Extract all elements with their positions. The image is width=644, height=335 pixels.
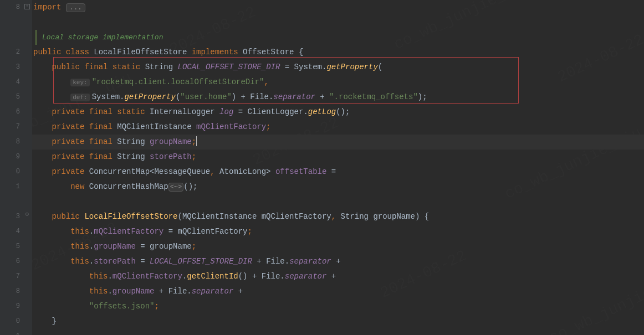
operator: =	[331, 167, 336, 176]
code-line[interactable]: Local storage implementation	[32, 30, 644, 45]
code-line[interactable]: def:System.getProperty("user.home") + Fi…	[32, 90, 644, 105]
keyword: final	[84, 63, 108, 71]
code-line[interactable]: "offsets.json";	[32, 299, 644, 314]
line-number: 1	[16, 332, 20, 335]
dot: .	[303, 107, 308, 116]
string-literal: "rocketmq.client.localOffsetStoreDir"	[92, 78, 264, 86]
constant: LOCAL_OFFSET_STORE_DIR	[150, 257, 252, 266]
code-line[interactable]: new ConcurrentHashMap<~>();	[32, 179, 644, 194]
code-line[interactable]: }	[32, 314, 644, 329]
keyword: public	[33, 48, 61, 56]
line-number: 5	[16, 243, 20, 250]
code-line[interactable]	[32, 15, 644, 30]
type: String	[145, 63, 173, 71]
semicolon: ;	[266, 122, 270, 131]
code-line-current[interactable]: private final String groupName;	[32, 135, 644, 150]
brace: }	[52, 317, 57, 326]
doc-comment: Local storage implementation	[35, 30, 163, 45]
code-line[interactable]	[32, 329, 644, 335]
field: groupName	[94, 242, 136, 251]
code-line[interactable]	[32, 194, 644, 209]
type: ConcurrentHashMap	[89, 182, 168, 191]
line-number: 3	[16, 213, 20, 220]
keyword: implements	[192, 48, 238, 56]
code-line[interactable]: public final static String LOCAL_OFFSET_…	[32, 60, 644, 75]
keyword: private	[52, 122, 85, 131]
code-area[interactable]: import ... Local storage implementation …	[32, 0, 644, 335]
fold-toggle-icon[interactable]: ⊖	[24, 212, 30, 218]
operator: +	[233, 287, 243, 296]
operator: +	[252, 257, 266, 266]
class-name: File	[168, 287, 187, 296]
code-line[interactable]: import ...	[32, 0, 644, 15]
method: getLog	[308, 107, 336, 116]
semicolon: ;	[248, 227, 252, 236]
line-number: 4	[16, 78, 20, 86]
semicolon: ;	[192, 137, 196, 146]
line-number: 7	[16, 123, 20, 131]
semicolon: ;	[154, 302, 159, 311]
line-number: 9	[16, 302, 20, 310]
semicolon: ;	[192, 152, 196, 161]
fold-toggle-icon[interactable]: +	[24, 4, 30, 9]
code-editor[interactable]: 8+ 2 3 4 5 6 7 8 9 0 1 3⊖ 4 5 6 7 8 9 0 …	[0, 0, 644, 335]
line-number: 4	[16, 228, 20, 235]
paren: (	[177, 212, 182, 221]
string-literal: "offsets.json"	[89, 302, 155, 311]
keyword: public	[52, 63, 80, 71]
comma: ,	[331, 212, 336, 221]
type: MessageQueue	[154, 167, 210, 176]
keyword: final	[89, 122, 113, 131]
code-line[interactable]: private final MQClientInstance mQClientF…	[32, 120, 644, 135]
operator: +	[154, 287, 168, 296]
code-line[interactable]: public class LocalFileOffsetStore implem…	[32, 45, 644, 60]
folded-diamond[interactable]: <~>	[168, 183, 184, 192]
line-number: 8	[16, 138, 20, 146]
line-number: 2	[16, 48, 20, 56]
field: separator	[192, 287, 234, 296]
dot: .	[89, 242, 94, 251]
keyword: private	[52, 107, 85, 116]
line-number: 8	[16, 3, 20, 11]
code-line[interactable]: this.storePath = LOCAL_OFFSET_STORE_DIR …	[32, 254, 644, 269]
code-line[interactable]: this.mQClientFactory.getClientId() + Fil…	[32, 269, 644, 284]
keyword: this	[70, 227, 89, 236]
code-line[interactable]: private ConcurrentMap<MessageQueue, Atom…	[32, 164, 644, 179]
keyword: class	[66, 48, 89, 56]
parameter: groupName	[373, 212, 415, 221]
class-name: System	[92, 92, 120, 101]
field: storePath	[94, 257, 136, 266]
line-number: 6	[16, 108, 20, 116]
line-number: 1	[16, 183, 20, 190]
semicolon: ;	[192, 242, 196, 251]
operator: =	[140, 242, 145, 251]
operator: +	[331, 257, 341, 266]
code-line[interactable]: key:"rocketmq.client.localOffsetStoreDir…	[32, 75, 644, 90]
code-line[interactable]: this.groupName = groupName;	[32, 239, 644, 254]
paren: ()	[238, 272, 248, 281]
dot: .	[89, 257, 94, 266]
keyword-import: import	[33, 3, 61, 12]
field: log	[219, 107, 233, 116]
keyword: private	[52, 152, 85, 161]
keyword: this	[89, 272, 108, 281]
field: mQClientFactory	[113, 272, 182, 281]
folded-region[interactable]: ...	[66, 3, 86, 12]
code-line[interactable]: this.mQClientFactory = mQClientFactory;	[32, 224, 644, 239]
line-number: 0	[16, 317, 20, 325]
code-line[interactable]: private final String storePath;	[32, 150, 644, 164]
keyword: this	[70, 257, 89, 266]
keyword: final	[89, 152, 113, 161]
field: separator	[285, 272, 327, 281]
method: getProperty	[124, 92, 175, 101]
field: groupName	[113, 287, 155, 296]
code-line[interactable]: public LocalFileOffsetStore(MQClientInst…	[32, 209, 644, 224]
code-line[interactable]: private final static InternalLogger log …	[32, 105, 644, 120]
end: );	[418, 92, 427, 101]
class-name: System	[294, 63, 322, 71]
type: InternalLogger	[150, 107, 215, 116]
field: offsetTable	[275, 167, 326, 176]
keyword: static	[113, 63, 140, 71]
code-line[interactable]: this.groupName + File.separator +	[32, 284, 644, 299]
type: String	[117, 137, 145, 146]
